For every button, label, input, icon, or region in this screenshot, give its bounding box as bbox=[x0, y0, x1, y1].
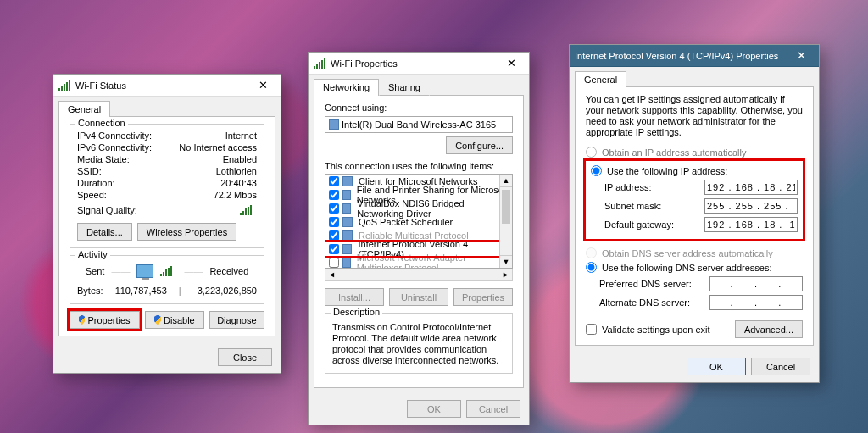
wifi-status-titlebar[interactable]: Wi-Fi Status ✕ bbox=[53, 75, 281, 97]
speed-label: Speed: bbox=[77, 190, 107, 200]
shield-icon bbox=[154, 315, 161, 325]
wifi-status-content: Connection IPv4 Connectivity:Internet IP… bbox=[58, 117, 275, 336]
ipv4-titlebar[interactable]: Internet Protocol Version 4 (TCP/IPv4) P… bbox=[570, 45, 819, 67]
adapter-icon bbox=[329, 119, 339, 130]
item-checkbox[interactable] bbox=[329, 230, 339, 241]
uninstall-button[interactable]: Uninstall bbox=[389, 288, 448, 306]
install-button[interactable]: Install... bbox=[325, 288, 384, 306]
activity-legend: Activity bbox=[75, 249, 110, 259]
ok-button[interactable]: OK bbox=[687, 358, 746, 375]
properties-label: Properties bbox=[87, 315, 130, 325]
cancel-button[interactable]: Cancel bbox=[751, 358, 810, 375]
wifi-icon bbox=[58, 80, 70, 91]
properties-button[interactable]: Properties bbox=[70, 311, 140, 329]
wifi-status-window: Wi-Fi Status ✕ General Connection IPv4 C… bbox=[53, 74, 281, 374]
item-checkbox[interactable] bbox=[329, 203, 339, 214]
network-items-list[interactable]: Client for Microsoft Networks File and P… bbox=[325, 174, 513, 269]
tab-general[interactable]: General bbox=[58, 101, 110, 117]
scroll-right-icon[interactable]: ► bbox=[502, 270, 509, 279]
diagnose-button[interactable]: Diagnose bbox=[209, 311, 264, 329]
radio-input[interactable] bbox=[591, 165, 602, 176]
radio-input[interactable] bbox=[586, 262, 597, 273]
ok-button[interactable]: OK bbox=[407, 400, 461, 418]
validate-label: Validate settings upon exit bbox=[602, 325, 710, 335]
advanced-button[interactable]: Advanced... bbox=[735, 320, 803, 338]
activity-group: Activity Sent —— —— Received Bytes: 110,… bbox=[70, 255, 264, 304]
radio-input[interactable] bbox=[586, 147, 597, 158]
tab-general[interactable]: General bbox=[575, 71, 626, 87]
scroll-down-icon[interactable]: ▼ bbox=[500, 255, 512, 268]
bytes-received-value: 3,223,026,850 bbox=[181, 286, 257, 296]
component-icon bbox=[342, 176, 353, 186]
wifi-props-footer: OK Cancel bbox=[309, 393, 529, 425]
component-icon bbox=[342, 258, 351, 268]
tabstrip: Networking Sharing bbox=[314, 78, 524, 96]
component-icon bbox=[342, 244, 352, 254]
intro-text: You can get IP settings assigned automat… bbox=[586, 94, 803, 138]
radio-label: Obtain an IP address automatically bbox=[602, 147, 746, 158]
scroll-thumb[interactable] bbox=[502, 190, 510, 224]
item-checkbox[interactable] bbox=[329, 176, 339, 186]
wifi-status-footer: Close bbox=[53, 341, 281, 373]
radio-use-following-dns[interactable]: Use the following DNS server addresses: bbox=[586, 260, 803, 275]
tab-networking[interactable]: Networking bbox=[314, 79, 379, 96]
close-icon[interactable]: ✕ bbox=[498, 55, 524, 72]
radio-obtain-ip-auto[interactable]: Obtain an IP address automatically bbox=[586, 145, 803, 159]
close-icon[interactable]: ✕ bbox=[250, 77, 275, 94]
validate-checkbox-row[interactable]: Validate settings upon exit bbox=[586, 322, 710, 336]
connection-legend: Connection bbox=[75, 118, 128, 128]
shield-icon bbox=[79, 315, 85, 325]
details-button[interactable]: Details... bbox=[77, 223, 132, 241]
configure-button[interactable]: Configure... bbox=[446, 136, 513, 154]
item-checkbox[interactable] bbox=[329, 190, 339, 200]
horizontal-scrollbar[interactable]: ◄► bbox=[325, 269, 513, 281]
cancel-button[interactable]: Cancel bbox=[466, 400, 520, 418]
alternate-dns-input[interactable] bbox=[709, 295, 803, 310]
item-label: VirtualBox NDIS6 Bridged Networking Driv… bbox=[357, 198, 509, 219]
item-checkbox[interactable] bbox=[329, 244, 339, 254]
ip-settings-highlight: Use the following IP address: IP address… bbox=[586, 161, 803, 239]
ipv6-value: No Internet access bbox=[179, 142, 257, 153]
items-label: This connection uses the following items… bbox=[325, 161, 513, 171]
close-button[interactable]: Close bbox=[218, 348, 272, 366]
wifi-properties-window: Wi-Fi Properties ✕ Networking Sharing Co… bbox=[308, 52, 530, 425]
scroll-up-icon[interactable]: ▲ bbox=[500, 175, 512, 187]
vertical-scrollbar[interactable]: ▲ ▼ bbox=[499, 175, 512, 268]
default-gateway-input[interactable] bbox=[704, 217, 798, 232]
wireless-properties-button[interactable]: Wireless Properties bbox=[137, 223, 236, 241]
speed-value: 72.2 Mbps bbox=[214, 190, 257, 200]
monitor-icon bbox=[136, 264, 153, 278]
radio-use-following-ip[interactable]: Use the following IP address: bbox=[591, 164, 798, 178]
ip-address-input[interactable] bbox=[704, 180, 798, 195]
tab-sharing[interactable]: Sharing bbox=[379, 79, 430, 96]
sent-label: Sent bbox=[86, 266, 105, 276]
description-legend: Description bbox=[331, 307, 382, 317]
component-icon bbox=[342, 230, 353, 241]
disable-button[interactable]: Disable bbox=[145, 311, 204, 329]
bytes-sent-value: 110,787,453 bbox=[103, 286, 179, 296]
window-title: Wi-Fi Properties bbox=[331, 58, 398, 69]
preferred-dns-input[interactable] bbox=[709, 276, 803, 291]
scroll-left-icon[interactable]: ◄ bbox=[328, 270, 336, 279]
ipv6-label: IPv6 Connectivity: bbox=[77, 142, 152, 153]
ipv4-properties-window: Internet Protocol Version 4 (TCP/IPv4) P… bbox=[569, 44, 820, 383]
ipv4-content: You can get IP settings assigned automat… bbox=[575, 87, 814, 346]
item-checkbox[interactable] bbox=[329, 217, 339, 227]
item-label: QoS Packet Scheduler bbox=[359, 217, 453, 227]
item-checkbox[interactable] bbox=[329, 258, 339, 268]
subnet-mask-input[interactable] bbox=[704, 198, 798, 214]
ip-address-label: IP address: bbox=[591, 182, 651, 192]
close-icon[interactable]: ✕ bbox=[788, 47, 814, 64]
duration-label: Duration: bbox=[77, 178, 115, 188]
wifi-props-content: Connect using: Intel(R) Dual Band Wirele… bbox=[314, 96, 524, 388]
tabstrip: General bbox=[58, 100, 275, 117]
media-state-value: Enabled bbox=[223, 154, 257, 164]
radio-label: Use the following IP address: bbox=[607, 166, 727, 176]
disable-label: Disable bbox=[164, 315, 195, 325]
validate-checkbox[interactable] bbox=[586, 324, 597, 335]
item-properties-button[interactable]: Properties bbox=[453, 288, 513, 306]
adapter-name: Intel(R) Dual Band Wireless-AC 3165 bbox=[342, 119, 496, 130]
radio-label: Obtain DNS server address automatically bbox=[602, 248, 773, 258]
wifi-properties-titlebar[interactable]: Wi-Fi Properties ✕ bbox=[309, 53, 529, 75]
component-icon bbox=[342, 203, 351, 214]
